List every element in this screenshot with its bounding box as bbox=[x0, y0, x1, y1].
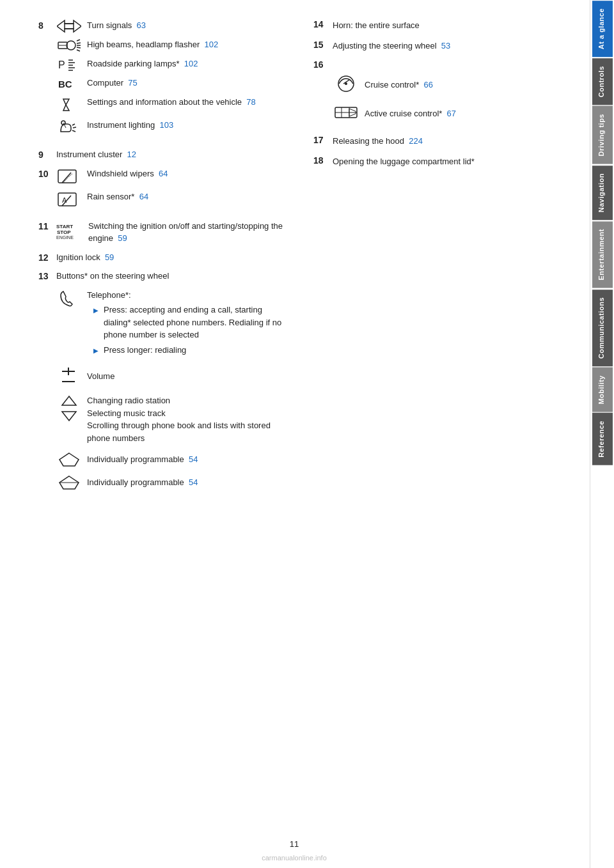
turn-signals-icon bbox=[56, 19, 82, 33]
section-number-9: 9 bbox=[38, 150, 51, 160]
prog2-icon bbox=[56, 474, 82, 492]
section9-text: Instrument cluster 12 bbox=[56, 148, 288, 161]
section11-link[interactable]: 59 bbox=[118, 233, 127, 243]
sidebar-tab-entertainment[interactable]: Entertainment bbox=[592, 221, 613, 288]
item14-text: Horn: the entire surface bbox=[333, 19, 420, 32]
sidebar-tab-mobility[interactable]: Mobility bbox=[592, 368, 613, 412]
item15-text: Adjusting the steering wheel 53 bbox=[333, 40, 450, 52]
item-number-18: 18 bbox=[313, 155, 327, 166]
prog2-link[interactable]: 54 bbox=[189, 477, 198, 487]
telephone-bullet-1: ▶ Press: accepting and ending a call, st… bbox=[93, 304, 288, 341]
active-cruise-icon bbox=[333, 102, 359, 125]
windshield-wipers-icon bbox=[56, 167, 82, 185]
svg-line-5 bbox=[77, 40, 80, 41]
svg-text:ENGINE: ENGINE bbox=[56, 235, 74, 240]
parking-lamps-link[interactable]: 102 bbox=[184, 59, 198, 68]
instrument-lighting-icon bbox=[56, 119, 82, 137]
ignition-icon: START STOP ENGINE bbox=[56, 220, 83, 240]
svg-line-22 bbox=[73, 127, 76, 128]
cruise-control-icon bbox=[333, 74, 359, 96]
high-beams-text: High beams, headlamp flasher 102 bbox=[87, 38, 288, 51]
sidebar-tab-navigation[interactable]: Navigation bbox=[592, 166, 613, 220]
active-cruise-text: Active cruise control* 67 bbox=[365, 107, 456, 120]
sidebar-tab-communications[interactable]: Communications bbox=[592, 290, 613, 366]
svg-text:P: P bbox=[58, 59, 65, 70]
svg-line-25 bbox=[62, 173, 71, 183]
item-number-16: 16 bbox=[313, 59, 327, 70]
high-beams-icon bbox=[56, 38, 82, 52]
item18-text: Opening the luggage compartment lid* bbox=[333, 155, 475, 168]
item17-link[interactable]: 224 bbox=[409, 136, 423, 146]
telephone-icon bbox=[56, 289, 82, 309]
section-number-10: 10 bbox=[38, 169, 51, 179]
watermark: carmanualonline.info bbox=[0, 854, 588, 862]
section13-text: Buttons* on the steering wheel bbox=[56, 270, 288, 283]
bullet-arrow-2: ▶ bbox=[93, 346, 100, 355]
rain-sensor-icon: A bbox=[56, 190, 82, 208]
active-cruise-link[interactable]: 67 bbox=[447, 109, 456, 118]
bullet-arrow-1: ▶ bbox=[93, 306, 100, 315]
item-number-14: 14 bbox=[313, 19, 327, 29]
svg-text:BC: BC bbox=[58, 79, 72, 89]
svg-marker-36 bbox=[62, 412, 76, 421]
telephone-text: Telephone*: ▶ Press: accepting and endin… bbox=[87, 289, 288, 359]
instrument-lighting-link[interactable]: 103 bbox=[159, 120, 173, 130]
section9-link[interactable]: 12 bbox=[127, 150, 136, 159]
windshield-wipers-text: Windshield wipers 64 bbox=[87, 167, 288, 180]
computer-link[interactable]: 75 bbox=[128, 78, 137, 88]
svg-line-8 bbox=[77, 47, 81, 48]
settings-icon bbox=[56, 96, 82, 114]
section12-text: Ignition lock 59 bbox=[56, 251, 288, 264]
svg-text:START: START bbox=[56, 224, 73, 229]
svg-line-23 bbox=[72, 130, 75, 132]
section-number-12: 12 bbox=[38, 252, 51, 263]
svg-line-21 bbox=[72, 124, 75, 125]
computer-icon: BC bbox=[56, 77, 82, 91]
item17-text: Releasing the hood 224 bbox=[333, 135, 423, 148]
windshield-wipers-link[interactable]: 64 bbox=[159, 169, 168, 178]
svg-line-6 bbox=[77, 43, 81, 43]
section12-link[interactable]: 59 bbox=[105, 252, 114, 262]
svg-marker-0 bbox=[57, 20, 74, 32]
parking-lamps-text: Roadside parking lamps* 102 bbox=[87, 58, 288, 70]
rain-sensor-link[interactable]: 64 bbox=[139, 192, 148, 201]
prog2-text: Individually programmable 54 bbox=[87, 476, 288, 489]
section-number-13: 13 bbox=[38, 271, 51, 281]
svg-marker-17 bbox=[63, 99, 69, 105]
volume-text: Volume bbox=[87, 370, 288, 383]
prog1-text: Individually programmable 54 bbox=[87, 453, 288, 466]
item15-link[interactable]: 53 bbox=[441, 41, 450, 50]
svg-marker-35 bbox=[62, 396, 76, 405]
cruise-control-text: Cruise control* 66 bbox=[365, 79, 433, 91]
svg-marker-37 bbox=[59, 453, 79, 466]
telephone-bullet-2: ▶ Press longer: redialing bbox=[93, 344, 288, 357]
radio-down-icon bbox=[56, 410, 82, 422]
svg-marker-18 bbox=[63, 105, 69, 111]
prog1-icon bbox=[56, 451, 82, 469]
parking-lamps-icon: P bbox=[56, 58, 82, 72]
turn-signals-text: Turn signals 63 bbox=[87, 19, 288, 32]
instrument-lighting-text: Instrument lighting 103 bbox=[87, 119, 288, 132]
settings-text: Settings and information about the vehic… bbox=[87, 96, 288, 109]
high-beams-link[interactable]: 102 bbox=[205, 40, 219, 49]
sidebar-tab-driving-tips[interactable]: Driving tips bbox=[592, 106, 613, 164]
turn-signals-link[interactable]: 63 bbox=[137, 20, 146, 30]
section-number-11: 11 bbox=[38, 221, 51, 231]
sidebar-tab-reference[interactable]: Reference bbox=[592, 413, 613, 465]
prog1-link[interactable]: 54 bbox=[189, 454, 198, 464]
computer-text: Computer 75 bbox=[87, 77, 288, 89]
settings-link[interactable]: 78 bbox=[246, 97, 255, 107]
item-number-15: 15 bbox=[313, 40, 327, 50]
sidebar: At a glance Controls Driving tips Naviga… bbox=[590, 0, 614, 868]
radio-up-icon bbox=[56, 394, 82, 407]
section-number-8: 8 bbox=[38, 20, 51, 31]
radio-music-text: Changing radio stationSelecting music tr… bbox=[87, 394, 288, 444]
svg-text:STOP: STOP bbox=[57, 229, 71, 235]
sidebar-tab-controls[interactable]: Controls bbox=[592, 58, 613, 105]
svg-line-9 bbox=[77, 50, 80, 51]
section11-text: Switching the ignition on/off and starti… bbox=[88, 220, 288, 245]
svg-point-42 bbox=[345, 82, 347, 85]
cruise-control-link[interactable]: 66 bbox=[423, 80, 432, 89]
sidebar-tab-at-a-glance[interactable]: At a glance bbox=[592, 1, 613, 57]
rain-sensor-text: Rain sensor* 64 bbox=[87, 190, 288, 203]
